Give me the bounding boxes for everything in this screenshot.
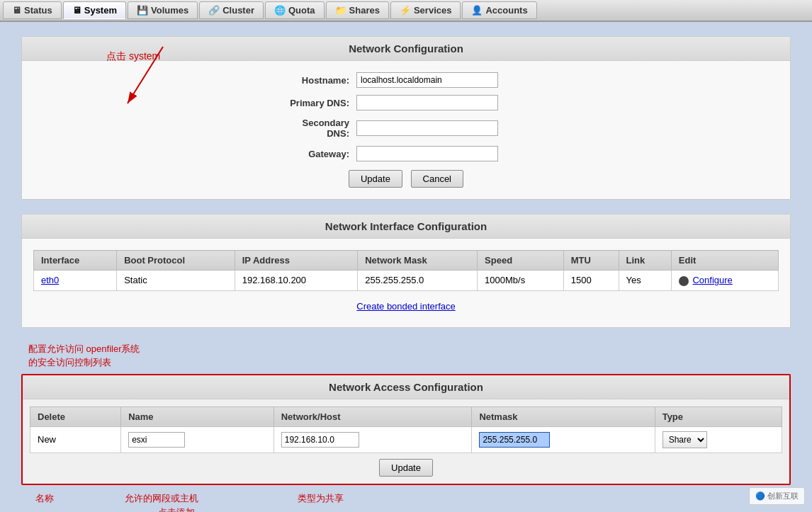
cell-ip-address: 192.168.10.200 <box>235 271 357 291</box>
tab-cluster[interactable]: 🔗 Cluster <box>199 1 264 19</box>
hostname-input[interactable] <box>356 72 498 88</box>
col-network-mask: Network Mask <box>358 251 478 271</box>
secondary-dns-row: SecondaryDNS: <box>257 118 555 139</box>
tab-status[interactable]: 🖥 Status <box>3 1 62 19</box>
tab-volumes-label: Volumes <box>151 5 188 16</box>
tab-cluster-label: Cluster <box>222 5 254 16</box>
bottom-annotations: 名称 允许的网段或主机 类型为共享 <box>35 492 791 505</box>
tab-status-label: Status <box>24 5 52 16</box>
col-interface: Interface <box>34 251 117 271</box>
tab-accounts-label: Accounts <box>485 5 527 16</box>
navigation-bar: 🖥 Status 🖥 System 💾 Volumes 🔗 Cluster 🌐 … <box>0 0 812 22</box>
col-edit: Edit <box>671 251 778 271</box>
table-row: eth0 Static 192.168.10.200 255.255.255.0… <box>34 271 779 291</box>
watermark-icon: 🔵 <box>755 491 765 500</box>
tab-system[interactable]: 🖥 System <box>63 1 126 19</box>
name-annotation: 名称 <box>35 492 54 505</box>
col-ip-address: IP Address <box>235 251 357 271</box>
tab-shares[interactable]: 📁 Shares <box>326 1 389 19</box>
network-interface-body: Interface Boot Protocol IP Address Netwo… <box>22 239 790 327</box>
nac-cell-netmask <box>472 426 655 453</box>
nac-network-input[interactable] <box>281 432 359 448</box>
create-bonded-link[interactable]: Create bonded interface <box>356 301 455 312</box>
cluster-icon: 🔗 <box>208 5 220 16</box>
nac-update-button[interactable]: Update <box>379 459 433 477</box>
cell-interface: eth0 <box>34 271 117 291</box>
cell-network-mask: 255.255.255.0 <box>358 271 478 291</box>
tab-shares-label: Shares <box>349 5 380 16</box>
nac-update-row: Update <box>30 459 782 477</box>
eth0-link[interactable]: eth0 <box>41 275 59 285</box>
col-mtu: MTU <box>563 251 619 271</box>
configure-link[interactable]: Configure <box>692 275 732 285</box>
nac-cell-type: Share Host <box>655 426 782 453</box>
interface-table: Interface Boot Protocol IP Address Netwo… <box>33 250 779 291</box>
gateway-row: Gateway: <box>257 146 555 161</box>
cell-link: Yes <box>619 271 671 291</box>
primary-dns-label: Primary DNS: <box>257 98 356 108</box>
nac-cell-network <box>274 426 472 453</box>
col-netmask: Netmask <box>472 406 655 426</box>
tab-system-label: System <box>84 5 117 16</box>
configure-icon <box>679 276 689 286</box>
nac-cell-name <box>121 426 274 453</box>
col-type: Type <box>655 406 782 426</box>
update-button[interactable]: Update <box>349 170 402 188</box>
network-access-body: Delete Name Network/Host Netmask Type Ne… <box>23 399 789 484</box>
acl-annotation: 配置允许访问 openfiler系统 的安全访问控制列表 <box>28 342 791 370</box>
col-delete: Delete <box>30 406 121 426</box>
network-config-body: Hostname: Primary DNS: SecondaryDNS: Gat… <box>22 61 790 199</box>
nac-type-select[interactable]: Share Host <box>662 431 707 448</box>
col-network-host: Network/Host <box>274 406 472 426</box>
col-link: Link <box>619 251 671 271</box>
add-annotation: ←点击添加 <box>149 506 791 512</box>
nac-name-input[interactable] <box>128 432 185 448</box>
network-config-buttons: Update Cancel <box>33 170 779 188</box>
volumes-icon: 💾 <box>137 5 148 16</box>
nac-cell-delete: New <box>30 426 121 453</box>
primary-dns-row: Primary DNS: <box>257 95 555 110</box>
network-interface-panel: Network Interface Configuration Interfac… <box>21 214 791 328</box>
network-config-form: Hostname: Primary DNS: SecondaryDNS: Gat… <box>257 72 555 161</box>
cell-boot-protocol: Static <box>117 271 235 291</box>
network-annotation: 允许的网段或主机 <box>125 492 198 505</box>
hostname-row: Hostname: <box>257 72 555 88</box>
cell-mtu: 1500 <box>563 271 619 291</box>
gateway-input[interactable] <box>356 146 498 161</box>
secondary-dns-input[interactable] <box>356 120 498 136</box>
nac-netmask-input[interactable] <box>479 432 550 448</box>
click-system-annotation: 点击 system <box>106 50 160 63</box>
tab-services-label: Services <box>414 5 452 16</box>
col-speed: Speed <box>478 251 564 271</box>
shares-icon: 📁 <box>335 5 346 16</box>
create-bonded-row: Create bonded interface <box>33 297 779 316</box>
network-interface-title: Network Interface Configuration <box>22 215 790 239</box>
network-access-panel: Network Access Configuration Delete Name… <box>21 374 791 485</box>
status-icon: 🖥 <box>12 5 21 16</box>
primary-dns-input[interactable] <box>356 95 498 110</box>
tab-services[interactable]: ⚡ Services <box>390 1 461 19</box>
services-icon: ⚡ <box>400 5 411 16</box>
tab-quota[interactable]: 🌐 Quota <box>265 1 325 19</box>
col-name: Name <box>121 406 274 426</box>
access-table: Delete Name Network/Host Netmask Type Ne… <box>30 406 782 453</box>
gateway-label: Gateway: <box>257 149 356 159</box>
secondary-dns-label: SecondaryDNS: <box>257 118 356 139</box>
tab-quota-label: Quota <box>288 5 315 16</box>
type-annotation: 类型为共享 <box>298 492 344 505</box>
network-access-title: Network Access Configuration <box>23 375 789 399</box>
tab-accounts[interactable]: 👤 Accounts <box>462 1 536 19</box>
cell-speed: 1000Mb/s <box>478 271 564 291</box>
watermark: 🔵 创新互联 <box>749 487 805 505</box>
cell-edit: Configure <box>671 271 778 291</box>
nac-table-row: New Share Host <box>30 426 782 453</box>
col-boot-protocol: Boot Protocol <box>117 251 235 271</box>
hostname-label: Hostname: <box>257 75 356 86</box>
cancel-button[interactable]: Cancel <box>411 170 463 188</box>
tab-volumes[interactable]: 💾 Volumes <box>128 1 198 19</box>
quota-icon: 🌐 <box>274 5 286 16</box>
accounts-icon: 👤 <box>471 5 483 16</box>
main-content: 点击 system Network Configuration Hostname… <box>0 22 812 512</box>
system-icon: 🖥 <box>72 5 81 16</box>
